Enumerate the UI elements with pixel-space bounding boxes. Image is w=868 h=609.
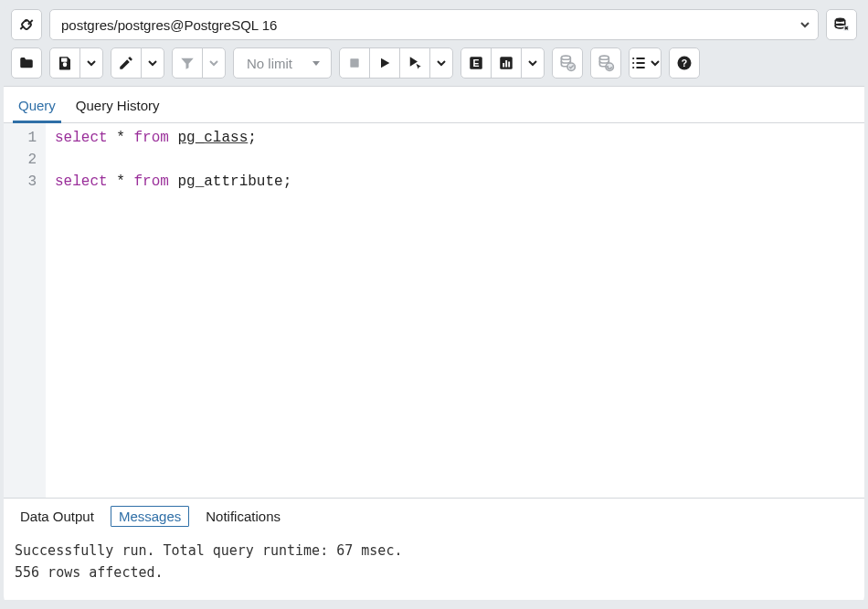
tab-notifications[interactable]: Notifications [198, 507, 288, 526]
filter-dropdown-button[interactable] [202, 47, 226, 79]
svg-text:E: E [473, 58, 480, 68]
db-check-icon [558, 54, 577, 72]
svg-rect-4 [61, 58, 67, 62]
connection-label: postgres/postgres@PostgreSQL 16 [61, 17, 277, 33]
svg-point-13 [561, 56, 570, 59]
svg-rect-12 [508, 62, 510, 68]
explain-e-icon: E [468, 55, 484, 71]
chevron-down-icon [799, 19, 810, 30]
svg-point-5 [63, 63, 67, 67]
sql-editor[interactable]: 123 select * from pg_class; select * fro… [4, 123, 864, 498]
editor-tabs: Query Query History [4, 87, 864, 123]
explain-button[interactable]: E [460, 47, 492, 79]
message-line: 556 rows affected. [15, 562, 853, 583]
chevron-down-icon [86, 58, 97, 68]
row-limit-label: No limit [247, 56, 292, 71]
bar-chart-icon [498, 55, 514, 71]
tab-data-output[interactable]: Data Output [13, 507, 101, 526]
tab-query[interactable]: Query [13, 94, 61, 123]
result-tabs: Data Output Messages Notifications [4, 499, 864, 534]
explain-dropdown-button[interactable] [521, 47, 545, 79]
help-icon: ? [676, 55, 693, 71]
messages-panel: Successfully run. Total query runtime: 6… [4, 534, 864, 600]
svg-point-17 [632, 58, 634, 59]
new-connection-button[interactable] [826, 9, 857, 40]
save-button[interactable] [49, 47, 80, 79]
caret-down-icon [311, 58, 322, 68]
svg-point-1 [835, 18, 845, 23]
svg-point-15 [599, 56, 609, 59]
svg-text:?: ? [682, 58, 687, 68]
svg-rect-11 [505, 60, 507, 68]
execute-script-button[interactable] [399, 47, 430, 79]
connection-status-button[interactable] [11, 9, 42, 40]
execute-dropdown-button[interactable] [429, 47, 453, 79]
save-icon [57, 55, 73, 71]
folder-icon [18, 55, 35, 71]
svg-rect-10 [503, 63, 504, 68]
svg-point-19 [632, 67, 634, 68]
edit-dropdown-button[interactable] [141, 47, 164, 79]
chevron-down-icon [147, 58, 158, 68]
rollback-button[interactable] [590, 47, 621, 79]
message-line: Successfully run. Total query runtime: 6… [15, 540, 853, 562]
svg-point-18 [632, 62, 634, 64]
edit-button[interactable] [111, 47, 142, 79]
chevron-down-icon [527, 58, 538, 68]
db-gear-icon [597, 54, 615, 72]
sql-code-area[interactable]: select * from pg_class; select * from pg… [46, 123, 301, 498]
connection-select[interactable]: postgres/postgres@PostgreSQL 16 [49, 9, 819, 40]
list-toggle-icon [630, 54, 648, 72]
line-number-gutter: 123 [4, 123, 46, 498]
database-icon [833, 16, 850, 33]
macros-button[interactable] [629, 47, 662, 79]
open-file-button[interactable] [11, 47, 42, 79]
commit-button[interactable] [552, 47, 583, 79]
chevron-down-icon [650, 58, 661, 68]
stop-button[interactable] [339, 47, 370, 79]
filter-icon [179, 55, 196, 71]
execute-button[interactable] [369, 47, 400, 79]
save-dropdown-button[interactable] [79, 47, 103, 79]
play-cursor-icon [407, 55, 423, 71]
tab-query-history[interactable]: Query History [70, 94, 165, 122]
help-button[interactable]: ? [669, 47, 700, 79]
pencil-icon [118, 55, 134, 71]
tab-messages[interactable]: Messages [111, 506, 189, 527]
play-icon [377, 56, 392, 70]
chevron-down-icon [436, 58, 447, 68]
svg-rect-6 [350, 58, 358, 67]
chevron-down-icon [208, 58, 219, 68]
row-limit-select[interactable]: No limit [233, 47, 332, 79]
stop-icon [347, 56, 362, 70]
plug-icon [17, 16, 36, 34]
explain-analyze-button[interactable] [491, 47, 522, 79]
filter-button[interactable] [172, 47, 203, 79]
